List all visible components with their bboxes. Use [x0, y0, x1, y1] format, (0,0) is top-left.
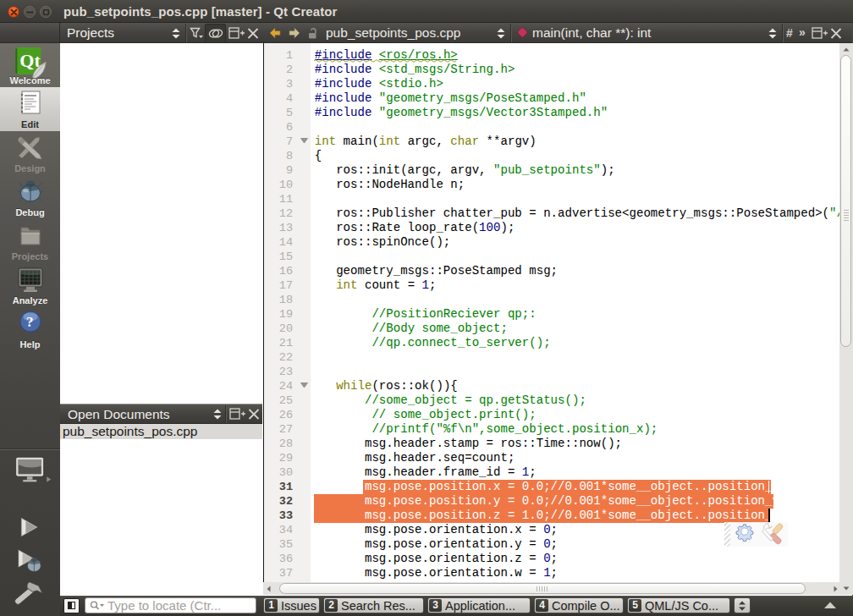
svg-text:?: ?: [26, 314, 34, 330]
